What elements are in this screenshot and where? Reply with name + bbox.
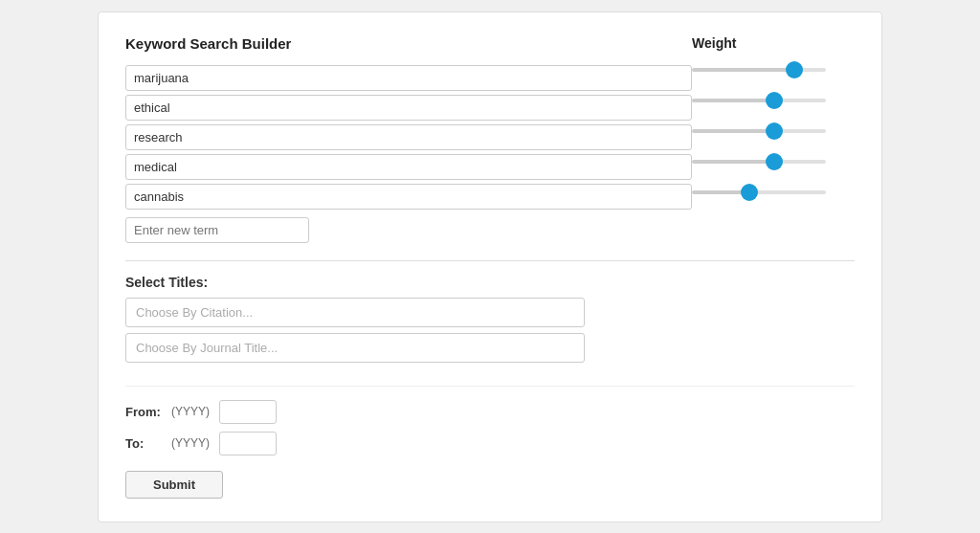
keyword-builder-title: Keyword Search Builder: [125, 35, 692, 52]
divider-2: [125, 386, 855, 387]
weight-label: Weight: [692, 35, 855, 51]
keyword-input-ethical[interactable]: [125, 95, 692, 121]
weight-slider-medical[interactable]: [692, 160, 826, 164]
from-hint: (YYYY): [171, 405, 212, 418]
to-row: To: (YYYY): [125, 432, 855, 455]
keyword-input-cannabis[interactable]: [125, 184, 692, 210]
select-titles-label: Select Titles:: [125, 275, 855, 290]
weight-slider-research[interactable]: [692, 129, 826, 133]
date-section: From: (YYYY) To: (YYYY): [125, 400, 855, 455]
submit-button[interactable]: Submit: [125, 471, 223, 499]
main-card: Keyword Search Builder Weight: [98, 11, 882, 522]
to-label: To:: [125, 436, 164, 451]
to-year-input[interactable]: [219, 432, 277, 455]
from-year-input[interactable]: [219, 400, 277, 424]
citation-input[interactable]: [125, 298, 585, 327]
keyword-input-marijuana[interactable]: [125, 65, 692, 91]
weight-slider-cannabis[interactable]: [692, 190, 826, 194]
to-hint: (YYYY): [171, 436, 212, 450]
journal-input[interactable]: [125, 333, 585, 363]
keyword-inputs-container: [125, 65, 692, 243]
keyword-input-research[interactable]: [125, 124, 692, 150]
new-term-input[interactable]: [125, 217, 309, 243]
keyword-input-medical[interactable]: [125, 154, 692, 180]
from-label: From:: [125, 405, 164, 419]
weight-slider-ethical[interactable]: [692, 99, 826, 102]
from-row: From: (YYYY): [125, 400, 855, 424]
divider-1: [125, 260, 855, 261]
weight-section: Weight: [692, 35, 855, 208]
weight-slider-marijuana[interactable]: [692, 68, 826, 72]
select-titles-section: Select Titles:: [125, 275, 855, 368]
